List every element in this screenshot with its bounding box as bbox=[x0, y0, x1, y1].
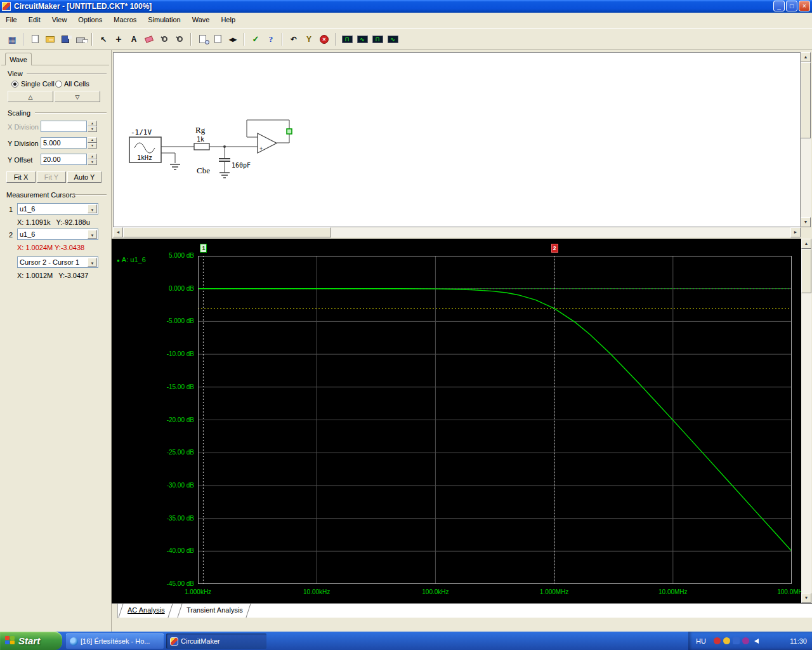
text-tool-button[interactable]: A bbox=[126, 32, 141, 46]
split-view-button[interactable]: ◂▸ bbox=[225, 32, 240, 46]
scroll-right-icon[interactable] bbox=[790, 227, 801, 237]
cursor-diff-select[interactable]: Cursor 2 - Cursor 1 bbox=[17, 256, 98, 268]
scrollbar-thumb[interactable] bbox=[801, 249, 811, 293]
tab-transient-analysis[interactable]: Transient Analysis bbox=[177, 604, 251, 618]
schematic-canvas[interactable]: -1/1V 1kHz Rg 1k Cbe 160pF bbox=[113, 52, 801, 227]
spinner-up-icon bbox=[88, 137, 97, 143]
select-tool-button[interactable]: ↖ bbox=[96, 32, 111, 46]
open-file-button[interactable] bbox=[43, 32, 58, 46]
delete-tool-button[interactable] bbox=[141, 32, 157, 46]
scroll-down-icon[interactable] bbox=[801, 593, 811, 603]
print-button[interactable] bbox=[73, 32, 88, 46]
menu-item-edit[interactable]: Edit bbox=[23, 13, 46, 28]
check-simulation-button[interactable]: ✓ bbox=[248, 32, 263, 46]
scrollbar-thumb[interactable] bbox=[801, 62, 811, 138]
help-icon: ? bbox=[269, 34, 273, 44]
dropdown-arrow-icon[interactable] bbox=[88, 230, 97, 239]
cursor1-signal-value: u1_6 bbox=[20, 205, 35, 213]
menu-item-help[interactable]: Help bbox=[215, 13, 241, 28]
resistor-value-label: 1k bbox=[197, 136, 204, 143]
menu-item-wave[interactable]: Wave bbox=[187, 13, 216, 28]
y-division-input[interactable] bbox=[41, 137, 87, 149]
volume-icon[interactable] bbox=[752, 639, 759, 644]
opamp[interactable]: + bbox=[258, 133, 277, 153]
save-file-button[interactable] bbox=[58, 32, 73, 46]
menu-item-view[interactable]: View bbox=[46, 13, 73, 28]
tray-icon-red[interactable] bbox=[714, 637, 721, 644]
scale-down-button[interactable] bbox=[55, 91, 100, 102]
auto-y-button[interactable]: Auto Y bbox=[67, 171, 102, 183]
undo-button[interactable]: ↶ bbox=[286, 32, 301, 46]
square-wave-display-button[interactable]: ⊓ bbox=[339, 32, 355, 46]
scroll-up-icon[interactable] bbox=[801, 239, 811, 249]
taskbar-task-notifications[interactable]: [16] Értesítések - Ho... bbox=[66, 633, 164, 649]
y-division-spinner[interactable] bbox=[88, 137, 97, 149]
close-button[interactable]: × bbox=[799, 1, 810, 11]
scroll-down-icon[interactable] bbox=[801, 217, 811, 227]
menu-item-file[interactable]: File bbox=[0, 13, 23, 28]
x-division-spinner[interactable] bbox=[88, 121, 97, 132]
schematic-horizontal-scrollbar[interactable] bbox=[113, 227, 801, 237]
undo-icon: ↶ bbox=[291, 35, 297, 44]
zoom-area-button[interactable] bbox=[195, 32, 210, 46]
single-cell-radio[interactable] bbox=[11, 81, 18, 88]
y-offset-spinner[interactable] bbox=[88, 154, 97, 165]
stop-simulation-button[interactable]: × bbox=[317, 32, 332, 46]
minimize-button[interactable]: _ bbox=[773, 1, 785, 11]
y-axis-label: -25.00 dB bbox=[143, 449, 194, 456]
y-offset-input[interactable] bbox=[41, 154, 87, 165]
scale-up-button[interactable] bbox=[8, 91, 53, 102]
multi-trace-display-button[interactable]: ∿ bbox=[385, 32, 400, 46]
all-cells-radio[interactable] bbox=[55, 81, 62, 88]
section-divider bbox=[71, 194, 107, 196]
cursor2-signal-select[interactable]: u1_6 bbox=[17, 229, 98, 240]
menu-item-macros[interactable]: Macros bbox=[108, 13, 142, 28]
tray-icon-magenta[interactable] bbox=[742, 637, 749, 644]
sine-wave-display-button[interactable]: ∿ bbox=[355, 32, 370, 46]
full-page-button[interactable] bbox=[210, 32, 225, 46]
scrollbar-thumb[interactable] bbox=[123, 227, 331, 237]
task-label: [16] Értesítések - Ho... bbox=[81, 637, 150, 645]
resistor-rg[interactable]: Rg 1k bbox=[194, 125, 209, 150]
taskbar-task-circuitmaker[interactable]: CircuitMaker bbox=[166, 633, 266, 649]
pulse-display-button[interactable]: ⊓ bbox=[370, 32, 385, 46]
dropdown-arrow-icon[interactable] bbox=[88, 258, 97, 267]
dropdown-arrow-icon[interactable] bbox=[88, 204, 97, 213]
menu-item-options[interactable]: Options bbox=[72, 13, 108, 28]
cursor-flag-2[interactable]: 2 bbox=[551, 244, 558, 253]
new-file-button[interactable] bbox=[27, 32, 43, 46]
start-button[interactable]: Start bbox=[0, 632, 62, 650]
task-label: CircuitMaker bbox=[181, 637, 220, 645]
probe-point[interactable] bbox=[287, 129, 292, 134]
plot-vertical-scrollbar[interactable] bbox=[801, 239, 811, 603]
maximize-button[interactable]: □ bbox=[786, 1, 797, 11]
wave-panel: Wave View Single Cell All Cells Scaling … bbox=[0, 50, 112, 632]
tab-ac-analysis[interactable]: AC Analysis bbox=[118, 604, 173, 618]
zoom-in-tool-button[interactable] bbox=[157, 32, 172, 46]
wire-tool-button[interactable]: + bbox=[111, 32, 126, 46]
fit-y-button: Fit Y bbox=[37, 171, 66, 183]
source-frequency-label: 1kHz bbox=[137, 154, 152, 161]
tray-icon-yellow[interactable] bbox=[723, 637, 730, 644]
help-button[interactable]: ? bbox=[263, 32, 278, 46]
scroll-up-icon[interactable] bbox=[801, 52, 811, 62]
fit-x-button[interactable]: Fit X bbox=[6, 171, 36, 183]
voltage-source[interactable]: -1/1V 1kHz bbox=[129, 128, 161, 162]
schematic-vertical-scrollbar[interactable] bbox=[801, 52, 811, 227]
waveform-plot[interactable]: A: u1_6 5.000 dB0.000 dB-5.000 dB-10.00 … bbox=[112, 239, 801, 603]
y-division-label: Y Division bbox=[8, 140, 39, 147]
x-division-input bbox=[41, 121, 87, 132]
probe-tool-button[interactable]: Y bbox=[301, 32, 317, 46]
cursor-flag-1[interactable]: 1 bbox=[200, 244, 207, 253]
zoom-out-tool-button[interactable] bbox=[172, 32, 187, 46]
tray-icon-blue[interactable] bbox=[733, 637, 740, 644]
plot-box[interactable] bbox=[198, 256, 792, 584]
tab-label: Transient Analysis bbox=[181, 604, 249, 614]
parts-browser-button[interactable]: ▦ bbox=[4, 32, 20, 46]
tab-wave[interactable]: Wave bbox=[5, 53, 32, 65]
language-indicator[interactable]: HU bbox=[696, 637, 706, 645]
scroll-left-icon[interactable] bbox=[113, 227, 123, 237]
menu-item-simulation[interactable]: Simulation bbox=[142, 13, 186, 28]
y-axis-label: -10.00 dB bbox=[143, 350, 194, 357]
cursor1-signal-select[interactable]: u1_6 bbox=[17, 203, 98, 215]
